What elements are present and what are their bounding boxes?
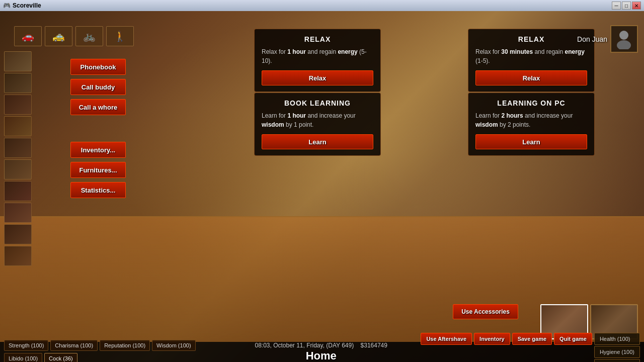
- inventory-bottom-button[interactable]: Inventory: [474, 333, 510, 345]
- location-thumb-8[interactable]: [4, 203, 32, 223]
- titlebar-controls[interactable]: ─ □ ✕: [612, 2, 641, 10]
- vehicle-thumb-taxi[interactable]: 🚕: [45, 26, 72, 46]
- reputation-badge[interactable]: Reputation (100): [100, 340, 150, 351]
- card-book-time: 1 hour: [287, 112, 306, 119]
- management-buttons-group: Inventory... Furnitures... Statistics...: [70, 142, 126, 198]
- card-book-learning: BOOK LEARNING Learn for 1 hour and incre…: [254, 93, 381, 156]
- cock-badge[interactable]: Cock (36): [44, 353, 77, 362]
- card-book-text: Learn for 1 hour and increase your wisdo…: [262, 111, 373, 129]
- health-badge: Health (100): [594, 333, 640, 345]
- wisdom-badge[interactable]: Wisdom (100): [152, 340, 195, 351]
- card-relax2-time: 30 minutes: [501, 48, 533, 55]
- use-aftershave-bottom-button[interactable]: Use Aftershave: [421, 333, 472, 345]
- card-relax2-title: RELAX: [475, 35, 587, 43]
- location-thumb-5[interactable]: [4, 138, 32, 158]
- maximize-button[interactable]: □: [622, 2, 631, 10]
- close-button[interactable]: ✕: [632, 2, 641, 10]
- statistics-button[interactable]: Statistics...: [70, 182, 126, 198]
- location-thumb-9[interactable]: [4, 224, 32, 244]
- energy-badge: Energy (100): [594, 359, 640, 362]
- card-relax1-title: RELAX: [262, 35, 373, 43]
- charisma-badge[interactable]: Charisma (100): [50, 340, 98, 351]
- app-icon: 🎮: [3, 2, 11, 9]
- svg-point-0: [619, 31, 628, 40]
- vehicle-thumb-person[interactable]: 🚶: [106, 26, 134, 46]
- pc-learn-button[interactable]: Learn: [475, 134, 587, 149]
- walk-icon: 🚶: [114, 30, 126, 42]
- vehicle-thumb-bike[interactable]: 🚲: [75, 26, 103, 46]
- titlebar-title: 🎮 Scoreville: [3, 2, 41, 9]
- phonebook-button[interactable]: Phonebook: [70, 59, 126, 75]
- car1-icon: 🚗: [22, 30, 34, 42]
- card-book-title: BOOK LEARNING: [262, 99, 373, 107]
- bottom-bar: Strength (100) Charisma (100) Reputation…: [0, 342, 644, 362]
- relax1-button[interactable]: Relax: [262, 70, 373, 85]
- call-whore-button[interactable]: Call a whore: [70, 99, 126, 115]
- background: Don Juan 🚗 🚕 🚲 🚶: [0, 11, 644, 362]
- stats-panel: Strength (100) Charisma (100) Reputation…: [0, 340, 221, 362]
- card-pc-title: LEARNING ON PC: [475, 99, 587, 107]
- book-learn-button[interactable]: Learn: [262, 134, 373, 149]
- location-thumb-10[interactable]: [4, 246, 32, 266]
- libido-badge[interactable]: Libido (100): [4, 353, 42, 362]
- card-relax-1hour: RELAX Relax for 1 hour and regain energy…: [254, 29, 381, 92]
- card-relax2-text: Relax for 30 minutes and regain energy (…: [475, 47, 587, 65]
- location-thumb-7[interactable]: [4, 181, 32, 201]
- card-pc-learning: LEARNING ON PC Learn for 2 hours and inc…: [468, 93, 595, 156]
- card-pc-stat: wisdom: [475, 121, 498, 128]
- vehicle-thumb-car1[interactable]: 🚗: [14, 26, 42, 46]
- use-accessories-button[interactable]: Use Accessories: [453, 304, 518, 319]
- bike-icon: 🚲: [83, 30, 96, 42]
- card-relax-30min: RELAX Relax for 30 minutes and regain en…: [468, 29, 595, 92]
- card-relax1-stat: energy: [338, 48, 357, 55]
- titlebar: 🎮 Scoreville ─ □ ✕: [0, 0, 644, 11]
- hygiene-badge: Hygiene (100): [594, 346, 640, 358]
- location-label: Home: [306, 349, 337, 363]
- taxi-icon: 🚕: [52, 30, 65, 42]
- minimize-button[interactable]: ─: [612, 2, 621, 10]
- bottom-right-buttons: Use Aftershave Inventory Save game Quit …: [421, 333, 644, 362]
- card-pc-text: Learn for 2 hours and increase your wisd…: [475, 111, 587, 129]
- datetime-text: 08:03, October 11, Friday, (DAY 649): [255, 342, 354, 349]
- location-thumbnails: [4, 51, 32, 266]
- quit-game-button[interactable]: Quit game: [554, 333, 592, 345]
- strength-badge[interactable]: Strength (100): [4, 340, 48, 351]
- relax2-button[interactable]: Relax: [475, 70, 587, 85]
- avatar-icon: [615, 29, 633, 49]
- location-thumb-1[interactable]: [4, 51, 32, 71]
- location-thumb-4[interactable]: [4, 116, 32, 136]
- datetime-money: 08:03, October 11, Friday, (DAY 649) $31…: [255, 342, 387, 349]
- location-thumb-3[interactable]: [4, 95, 32, 115]
- money-text: $3164749: [361, 342, 387, 349]
- furnitures-button[interactable]: Furnitures...: [70, 162, 126, 178]
- location-thumb-2[interactable]: [4, 73, 32, 93]
- save-game-button[interactable]: Save game: [512, 333, 552, 345]
- card-relax1-text: Relax for 1 hour and regain energy (5-10…: [262, 47, 373, 65]
- svg-point-1: [617, 40, 631, 49]
- vehicle-thumbnails: 🚗 🚕 🚲 🚶: [14, 26, 134, 46]
- card-book-stat: wisdom: [262, 121, 284, 128]
- player-name: Don Juan: [577, 35, 607, 43]
- action-buttons-group: Phonebook Call buddy Call a whore: [70, 59, 126, 115]
- player-info: Don Juan: [577, 25, 638, 53]
- card-pc-time: 2 hours: [501, 112, 523, 119]
- inventory-button[interactable]: Inventory...: [70, 142, 126, 158]
- location-thumb-6[interactable]: [4, 159, 32, 179]
- card-relax1-time: 1 hour: [287, 48, 306, 55]
- bottom-center: 08:03, October 11, Friday, (DAY 649) $31…: [221, 342, 421, 363]
- avatar: [610, 25, 638, 53]
- call-buddy-button[interactable]: Call buddy: [70, 79, 126, 95]
